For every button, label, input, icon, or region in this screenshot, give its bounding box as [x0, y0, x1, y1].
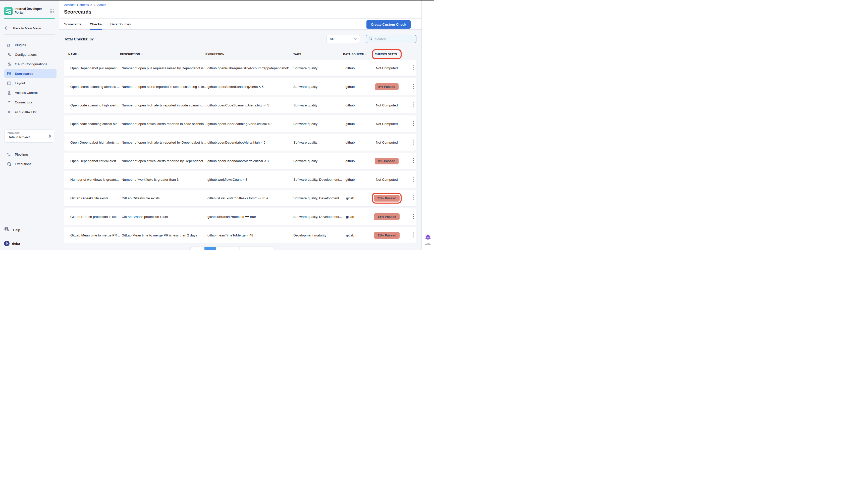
check-stats: Not Computed: [364, 171, 409, 188]
pagination-bar[interactable]: [191, 247, 275, 250]
check-stats: Not Computed: [364, 97, 409, 113]
sidebar-item-executions[interactable]: Executions: [4, 159, 56, 169]
check-tags: Software quality, Development...: [293, 190, 344, 206]
window-edge: [0, 0, 434, 0]
pagination-page-active[interactable]: [204, 247, 216, 250]
check-expression: github.openCodeScanningAlerts.critical <…: [208, 115, 292, 132]
checks-table: Open Dependabot pull request...Number of…: [64, 60, 416, 246]
row-kebab-menu[interactable]: [411, 115, 416, 132]
sidebar-item-layout[interactable]: Layout: [4, 78, 56, 88]
breadcrumb-account-link[interactable]: Account: Harness.io: [64, 3, 92, 7]
pagination-page[interactable]: [227, 247, 240, 250]
kebab-icon: [413, 121, 414, 127]
create-custom-check-button[interactable]: Create Custom Check: [366, 20, 411, 29]
page-header: Account: Harness.io › Admin Scorecards: [59, 0, 421, 19]
check-description: Number of open pull requests raised by D…: [122, 60, 206, 76]
user-menu[interactable]: D deba: [4, 240, 20, 247]
filter-dropdown[interactable]: All: [326, 35, 360, 43]
row-kebab-menu[interactable]: [411, 190, 416, 206]
column-header-data-source[interactable]: DATA SOURCE▲▼: [343, 49, 367, 59]
check-data-source: github: [336, 78, 364, 95]
check-tags: Software quality, Development...: [293, 171, 344, 188]
table-row: Open code scanning critical ale...Number…: [64, 115, 416, 132]
row-kebab-menu[interactable]: [411, 171, 416, 188]
main-content: Account: Harness.io › Admin Scorecards S…: [59, 0, 421, 250]
check-stats: 14% Passed: [364, 208, 409, 225]
sidebar-item-label: Configurations: [15, 53, 37, 56]
check-expression: github.openPullRequestsByAccount."app/de…: [208, 60, 292, 76]
check-stats: Not Computed: [364, 134, 409, 151]
sort-icon[interactable]: ▲▼: [78, 53, 80, 56]
sidebar-item-scorecards[interactable]: Scorecards: [4, 69, 56, 78]
check-expression: gitlab.meanTimeToMerge < 48: [208, 227, 292, 243]
sidebar-item-connectors[interactable]: Connectors: [4, 98, 56, 107]
sort-icon[interactable]: ▲▼: [141, 53, 143, 56]
pass-rate-badge: 21% Passed: [374, 195, 399, 202]
user-name: deba: [12, 242, 20, 246]
table-row: Open Dependabot high alerts i...Number o…: [64, 134, 416, 151]
pagination-page[interactable]: [240, 247, 251, 250]
gears-icon: [7, 52, 12, 57]
back-to-main-menu[interactable]: Back to Main Menu: [4, 24, 55, 32]
sidebar-item-label: Plugins: [15, 43, 26, 47]
tab-checks[interactable]: Checks: [90, 19, 102, 30]
help-link[interactable]: ? Help: [4, 226, 20, 234]
status-text: Not Computed: [376, 122, 398, 126]
column-header-name[interactable]: NAME▲▼: [68, 49, 80, 59]
sort-icon[interactable]: ▲▼: [365, 53, 367, 56]
sidebar-item-configurations[interactable]: Configurations: [4, 50, 56, 59]
check-data-source: github: [336, 171, 364, 188]
breadcrumb-admin-link[interactable]: Admin: [97, 3, 106, 7]
link-icon: [7, 110, 12, 114]
check-data-source: github: [336, 115, 364, 132]
check-name: Number of workflows is greate...: [70, 171, 120, 188]
check-stats: 0% Passed: [364, 152, 409, 169]
check-expression: github.openCodeScanningAlerts.high < 5: [208, 97, 292, 113]
row-kebab-menu[interactable]: [411, 134, 416, 151]
sidebar-item-label: OAuth Configurations: [15, 62, 47, 66]
row-kebab-menu[interactable]: [411, 60, 416, 76]
tab-scorecards[interactable]: Scorecards: [64, 19, 81, 30]
pass-rate-badge: 0% Passed: [375, 83, 399, 90]
sidebar-item-pipelines[interactable]: Pipelines: [4, 150, 56, 159]
filter-value: All: [330, 37, 334, 41]
sidebar-item-label: URL Allow List: [15, 110, 37, 114]
aida-icon: [425, 234, 431, 240]
aida-assistant-button[interactable]: AIDA: [422, 234, 434, 246]
row-kebab-menu[interactable]: [411, 97, 416, 113]
column-header-description[interactable]: DESCRIPTION▲▼: [120, 49, 143, 59]
chevron-down-icon: [354, 37, 357, 41]
sidebar: Internal Developer Portal Back to Main M…: [0, 0, 59, 250]
column-header-label: TAGS: [293, 53, 301, 56]
tab-data-sources[interactable]: Data Sources: [110, 19, 131, 30]
row-kebab-menu[interactable]: [411, 78, 416, 95]
column-header-expression: EXPRESSION: [205, 49, 224, 59]
row-kebab-menu[interactable]: [411, 152, 416, 169]
check-expression: gitlab.isBranchProtected == true: [208, 208, 292, 225]
check-description: GitLab Branch protection is set: [122, 208, 206, 225]
check-stats: Not Computed: [364, 60, 409, 76]
check-name: Open code scanning high alert...: [70, 97, 120, 113]
kebab-icon: [413, 177, 414, 183]
module-grid-icon[interactable]: [49, 9, 54, 14]
check-tags: Software quality: [293, 134, 344, 151]
pagination-next[interactable]: [263, 247, 275, 250]
kebab-icon: [413, 65, 414, 71]
row-kebab-menu[interactable]: [411, 208, 416, 225]
sidebar-item-plugins[interactable]: Plugins: [4, 40, 56, 50]
status-text: Not Computed: [376, 103, 398, 107]
user-avatar: D: [4, 241, 10, 246]
pagination-page[interactable]: [216, 247, 227, 250]
sidebar-item-access-control[interactable]: Access Control: [4, 88, 56, 98]
check-tags: Development maturity: [293, 227, 344, 243]
pass-rate-badge: 14% Passed: [374, 213, 399, 220]
pass-rate-badge: 21% Passed: [374, 232, 399, 239]
sidebar-item-oauth-configurations[interactable]: OAuth Configurations: [4, 59, 56, 69]
back-label: Back to Main Menu: [13, 26, 41, 30]
search-input[interactable]: [375, 37, 413, 41]
pagination-prev[interactable]: [191, 247, 204, 250]
sidebar-item-url-allow-list[interactable]: URL Allow List: [4, 107, 56, 116]
project-selector[interactable]: PROJECT Default Project: [4, 129, 54, 143]
pagination-page[interactable]: [251, 247, 263, 250]
row-kebab-menu[interactable]: [411, 227, 416, 243]
